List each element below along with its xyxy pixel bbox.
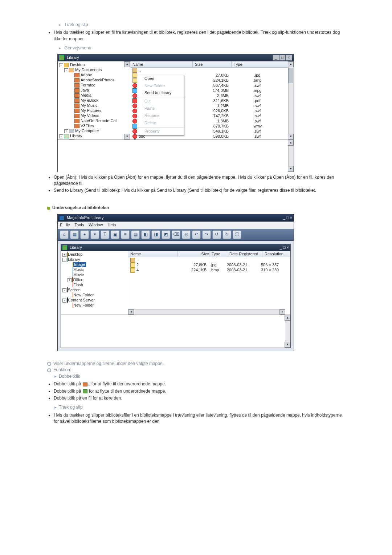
tree-item[interactable]: Adobe [59, 72, 130, 77]
tree-item[interactable]: AdobeStockPhotos [59, 77, 130, 82]
maximize-button[interactable]: □ [283, 245, 286, 250]
col-resolution[interactable]: Resolution [262, 251, 290, 257]
scroll-left-button[interactable]: ◂ [128, 309, 134, 315]
close-button[interactable]: × [290, 215, 292, 220]
bullet-item: Send to Library (Send til bibliotek): Hv… [54, 187, 345, 194]
menu-property: Property [137, 128, 184, 135]
toolbar-button[interactable]: ▦ [70, 230, 79, 239]
titlebar[interactable]: Library _ □ × [58, 54, 294, 61]
maximize-button[interactable]: □ [279, 55, 286, 61]
bullet-item: Open (Åbn): Hvis du klikker på Open (Åbn… [54, 174, 345, 187]
toolbar-button[interactable]: ⓘ [233, 230, 241, 239]
tree-item-image[interactable]: Image [73, 262, 86, 267]
scroll-right-button[interactable]: ▸ [279, 309, 285, 315]
scrollbar-thumb[interactable] [288, 68, 293, 83]
scroll-up-button[interactable]: ▴ [288, 140, 294, 146]
toolbar-button[interactable]: ↶ [192, 230, 201, 239]
library-subwindow: Library _ □ × +Desktop -Library Image Mu… [61, 244, 291, 348]
note-subfolders: Viser undermapperne og filerne under den… [47, 361, 345, 367]
tree-item[interactable]: My eBook [59, 98, 130, 103]
arrow-icon: ▸ [54, 404, 57, 410]
menu-send-to-library[interactable]: Send to Library [137, 89, 184, 97]
preview-pane: ▴ ▾ [61, 315, 290, 348]
toolbar-button[interactable]: ◨ [151, 230, 160, 239]
scroll-down-button[interactable]: ▾ [124, 134, 130, 139]
tree-item[interactable]: NateOn Remote Call [59, 118, 130, 123]
drag-drop-heading: Træk og slip [64, 22, 88, 27]
menu-paste: Paste [137, 105, 184, 112]
tree-item[interactable]: V3Files [59, 123, 130, 128]
horizontal-scrollbar[interactable]: ◂ ▸ [128, 309, 285, 315]
tree-item[interactable]: Media [59, 93, 130, 98]
window-title: Library [70, 245, 82, 250]
toolbar-button[interactable]: ▤ [131, 230, 140, 239]
file-list[interactable]: Name Size Type .. 27,8KB.jpg224,1KB.bmp8… [130, 61, 294, 139]
scroll-up-button[interactable]: ▴ [124, 61, 130, 67]
toolbar-button[interactable]: ✶ [90, 230, 99, 239]
toolbar-button[interactable]: ⌂ [60, 230, 69, 239]
tree-item[interactable]: My Music [59, 103, 130, 108]
menu-open[interactable]: Open [137, 75, 184, 82]
toolbar-button[interactable]: ▣ [111, 230, 119, 239]
menu-window[interactable]: Window [89, 223, 103, 227]
ring-bullet-icon [47, 362, 51, 366]
preview-pane: ▴ ▾ [58, 139, 294, 172]
list-item[interactable]: 227,8KB.jpg2008-03-21506 × 337 [128, 262, 290, 267]
tree-item[interactable]: My Pictures [59, 108, 130, 113]
col-type[interactable]: Type [232, 61, 294, 67]
menu-new-folder: New Folder [137, 82, 184, 90]
toolbar-button[interactable]: ◎ [182, 230, 191, 239]
col-date[interactable]: Date Registered [227, 251, 262, 257]
titlebar[interactable]: Library _ □ × [61, 244, 290, 251]
scroll-down-button[interactable]: ▾ [285, 342, 290, 348]
maximize-button[interactable]: □ [286, 215, 289, 220]
col-size[interactable]: Size [178, 251, 209, 257]
library-file-list[interactable]: Name Size Type Date Registered Resolutio… [128, 251, 290, 315]
tree-item[interactable]: My Videos [59, 113, 130, 118]
app-icon [59, 215, 64, 220]
toolbar-button[interactable]: ≡ [121, 230, 130, 239]
titlebar[interactable]: MagicInfoPro Library _ □ × [58, 214, 294, 222]
toolbar-button[interactable]: T [101, 230, 109, 239]
menu-tools[interactable]: Tools [75, 223, 84, 227]
toolbar-button[interactable]: ↻ [222, 230, 231, 239]
app-icon [59, 55, 64, 60]
list-item[interactable]: 4224,1KB.bmp2008-03-21319 × 239 [128, 267, 290, 272]
arrow-icon: ▸ [54, 373, 57, 380]
toolbar-button[interactable]: ● [80, 230, 89, 239]
minimize-button[interactable]: _ [283, 215, 285, 220]
toolbar-button[interactable]: ↷ [202, 230, 211, 239]
tree-item[interactable]: Formtec [59, 82, 130, 88]
scroll-down-button[interactable]: ▾ [288, 134, 294, 139]
col-type[interactable]: Type [209, 251, 227, 257]
col-name[interactable]: Name [130, 61, 193, 67]
up-folder-icon [83, 382, 87, 386]
menu-file[interactable]: File [60, 223, 70, 227]
note-doubleclick: ▸Dobbeltklik [47, 373, 345, 380]
toolbar-button[interactable]: ⌫ [172, 230, 180, 239]
col-size[interactable]: Size [193, 61, 232, 67]
toolbar-button[interactable]: ◧ [141, 230, 150, 239]
close-button[interactable]: × [286, 55, 292, 61]
square-bullet-icon [47, 207, 50, 210]
library-window: Library _ □ × ▴ -Desktop -My Documents A… [57, 54, 294, 172]
folder-tree[interactable]: ▴ -Desktop -My Documents AdobeAdobeStock… [58, 61, 130, 139]
library-tree[interactable]: +Desktop -Library Image Music Movie +Off… [61, 251, 128, 315]
minimize-button[interactable]: _ [280, 245, 282, 250]
scroll-up-button[interactable]: ▴ [288, 61, 294, 67]
toolbar: ⌂▦●✶T▣≡▤◧◨◩⌫◎↶↷↺↻ⓘ [58, 229, 294, 241]
close-button[interactable]: × [287, 245, 289, 250]
menu-help[interactable]: Help [108, 223, 116, 227]
toolbar-button[interactable]: ◩ [162, 230, 170, 239]
menubar[interactable]: File Tools Window Help [58, 222, 294, 229]
scroll-down-button[interactable]: ▾ [288, 166, 294, 172]
col-name[interactable]: Name [128, 251, 178, 257]
dragdrop-bullets: Hvis du trækker og slipper biblioteksfil… [47, 412, 345, 425]
context-menu-description: Open (Åbn): Hvis du klikker på Open (Åbn… [47, 174, 345, 194]
section-heading-libraries: Undersøgelse af biblioteker [47, 205, 345, 211]
toolbar-button[interactable]: ↺ [212, 230, 221, 239]
scroll-up-button[interactable]: ▴ [285, 315, 290, 321]
minimize-button[interactable]: _ [273, 55, 279, 61]
drag-drop-bullets: Hvis du trækker og slipper en fil fra li… [47, 29, 345, 42]
tree-item[interactable]: Java [59, 88, 130, 93]
